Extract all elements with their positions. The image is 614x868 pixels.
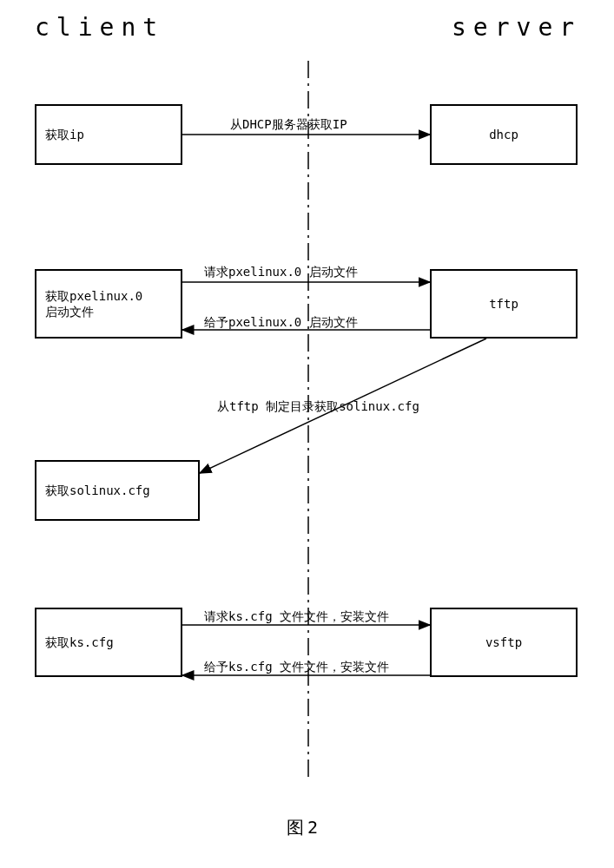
box-get-ip: 获取ip: [35, 104, 182, 165]
label-req-pxe: 请求pxelinux.0 启动文件: [204, 265, 358, 280]
figure-caption: 图2: [287, 816, 321, 839]
label-give-ks: 给予ks.cfg 文件文件，安装文件: [204, 660, 389, 675]
box-get-pxe-label: 获取pxelinux.0 启动文件: [45, 288, 142, 319]
label-dhcp-ip: 从DHCP服务器获取IP: [230, 117, 347, 133]
label-tftp-solinux: 从tftp 制定目录获取solinux.cfg: [217, 399, 419, 415]
box-get-ks-label: 获取ks.cfg: [45, 635, 114, 650]
box-tftp-label: tftp: [489, 296, 518, 312]
box-get-solinux: 获取solinux.cfg: [35, 460, 200, 521]
label-req-ks: 请求ks.cfg 文件文件，安装文件: [204, 609, 389, 625]
header-server: server: [452, 13, 581, 42]
box-vsftp-label: vsftp: [485, 635, 522, 650]
box-dhcp-label: dhcp: [489, 127, 518, 142]
box-tftp: tftp: [430, 269, 578, 339]
box-get-pxe: 获取pxelinux.0 启动文件: [35, 269, 182, 339]
header-client: client: [35, 13, 164, 42]
label-give-pxe: 给予pxelinux.0 启动文件: [204, 315, 358, 331]
box-get-solinux-label: 获取solinux.cfg: [45, 483, 150, 498]
box-vsftp: vsftp: [430, 608, 578, 677]
box-dhcp: dhcp: [430, 104, 578, 165]
box-get-ip-label: 获取ip: [45, 127, 84, 142]
box-get-ks: 获取ks.cfg: [35, 608, 182, 677]
diagram-canvas: client server 获取ip dhcp 获取pxelinux.0 启动文…: [0, 0, 614, 868]
